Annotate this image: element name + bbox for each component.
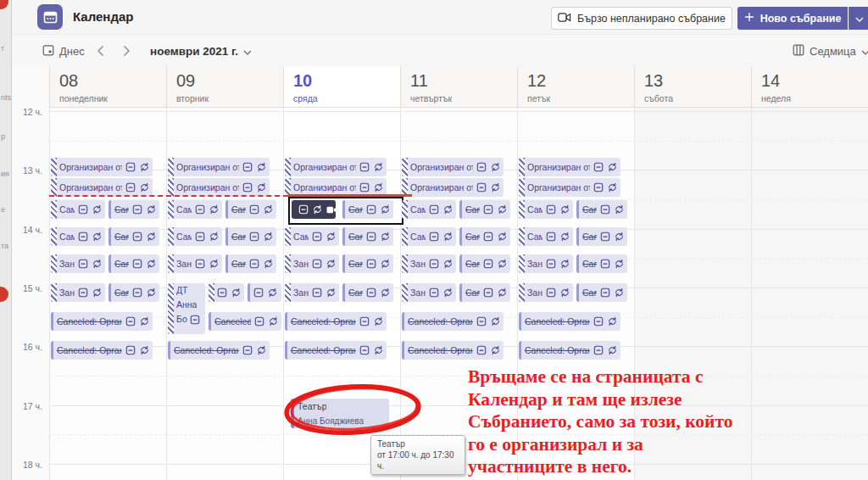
prev-week-button[interactable] [97, 35, 104, 67]
tooltip-time: от 17:00 ч. до 17:30 ч. [377, 449, 459, 472]
day-header-08[interactable]: 08 понеделник [49, 66, 166, 108]
annotation-line: участниците в него. [468, 455, 860, 478]
event-chip[interactable]: Зан [519, 254, 573, 273]
event-chip[interactable]: Зан [51, 254, 105, 273]
event-chip[interactable]: Can [342, 254, 393, 273]
event-chip[interactable]: Can [108, 254, 159, 273]
event-chip[interactable]: Can [225, 227, 276, 246]
event-chip[interactable]: Сам [519, 200, 573, 219]
event-chip[interactable]: Canceled: Органи [51, 312, 153, 331]
event-chip[interactable] [209, 283, 244, 302]
event-chip[interactable]: Can [576, 254, 627, 273]
day-header-11[interactable]: 11 четвъртък [400, 66, 517, 108]
event-chip[interactable]: Организиран отд [402, 158, 504, 176]
event-label: Can [582, 287, 597, 298]
day-name: петък [527, 93, 634, 103]
event-chip[interactable]: Сам [402, 200, 456, 219]
new-meeting-button[interactable]: Ново събрание [737, 7, 848, 30]
event-chip[interactable]: Can [459, 200, 510, 219]
day-header-13[interactable]: 13 събота [634, 66, 751, 108]
event-chip[interactable]: Сам [168, 227, 222, 246]
event-chip[interactable]: Can [342, 227, 393, 246]
event-label: Canceled: Органи [57, 345, 122, 355]
event-chip[interactable]: Организиран отд [519, 178, 620, 197]
event-chip[interactable]: Can [342, 283, 393, 302]
event-label: Canceled: Органи [57, 316, 122, 327]
event-label: Зан [527, 287, 542, 298]
event-label: Сам [59, 232, 75, 242]
cropped-text-fragment: р [1, 132, 5, 141]
event-label: Организиран отд [410, 182, 473, 193]
event-chip[interactable]: Сам [51, 200, 105, 219]
event-label: Сам [410, 232, 426, 242]
event-chip[interactable]: Can [108, 200, 159, 219]
meet-now-button[interactable]: Бързо непланирано събрание [551, 7, 732, 30]
cropped-text-fragment: nts [1, 93, 11, 102]
event-chip[interactable]: Сам [402, 227, 456, 246]
event-chip[interactable]: Can [576, 200, 627, 219]
view-label: Седмица [810, 45, 856, 58]
event-chip[interactable]: Can [459, 254, 510, 273]
event-chip[interactable] [248, 283, 281, 302]
day-header-10[interactable]: 10 сряда [283, 66, 400, 108]
event-chip[interactable]: Can [342, 200, 393, 219]
event-label: Сам [176, 232, 192, 242]
day-header-14[interactable]: 14 неделя [751, 66, 868, 108]
event-chip[interactable]: Зан [519, 283, 573, 302]
event-chip[interactable]: Сам [519, 227, 573, 246]
theatre-event-chip[interactable]: Театър Анна Бояджиева [291, 399, 389, 428]
event-chip[interactable]: Canceled: Органи [51, 341, 153, 360]
event-label: Организиран отд [293, 182, 356, 193]
event-chip[interactable]: Canceled: Органи [285, 341, 387, 360]
event-chip[interactable]: Canceled: Органи [402, 312, 504, 331]
event-chip[interactable]: Организиран отд [402, 178, 504, 197]
day-header-12[interactable]: 12 петък [517, 66, 634, 108]
event-chip[interactable]: Can [108, 283, 159, 302]
event-chip[interactable]: Зан [402, 283, 456, 302]
event-chip[interactable]: Зан [402, 254, 456, 273]
event-chip[interactable]: Организиран отд [51, 178, 153, 197]
view-switcher[interactable]: Седмица [793, 35, 868, 67]
event-chip[interactable]: Организиран отд [285, 158, 387, 176]
event-chip[interactable]: Can [459, 227, 510, 246]
new-meeting-dropdown[interactable] [849, 7, 868, 30]
event-chip[interactable]: Зан [285, 283, 339, 302]
event-chip[interactable]: Зан [168, 254, 222, 273]
event-chip[interactable]: Зан [51, 283, 105, 302]
day-header-09[interactable]: 09 вторник [166, 66, 283, 108]
month-picker[interactable]: ноември 2021 г. [150, 35, 252, 67]
event-chip[interactable]: Зан [285, 254, 339, 273]
event-label: Организиран отд [410, 162, 473, 172]
event-chip[interactable]: Canceled: Органи [519, 341, 620, 360]
today-button[interactable]: Днес [42, 35, 85, 67]
event-chip[interactable]: Can [459, 283, 510, 302]
next-week-button[interactable] [123, 35, 131, 67]
event-chip[interactable]: Организиран отд [168, 158, 270, 176]
event-chip[interactable]: Организиран отд [168, 178, 270, 197]
event-chip[interactable]: Canceled: Органи [519, 312, 620, 331]
event-chip[interactable]: Сам [168, 200, 222, 219]
event-chip[interactable]: Сам [51, 227, 105, 246]
event-chip[interactable]: Сам [285, 227, 339, 246]
event-chip[interactable]: Организиран отд [51, 158, 153, 176]
event-chip[interactable]: Can [576, 227, 627, 246]
event-chip[interactable]: Can [225, 254, 276, 273]
month-label: ноември 2021 г. [150, 45, 238, 58]
event-chip[interactable]: Canceled: Органи [402, 341, 504, 360]
event-chip[interactable]: Can [576, 283, 627, 302]
event-label: Can [348, 287, 363, 298]
event-chip[interactable]: Организиран отд [519, 158, 620, 176]
event-chip[interactable]: Canceled: Органи [168, 341, 270, 360]
selected-event-chip[interactable]: С [292, 200, 336, 219]
annotation-line: Събранието, само за този, който [468, 410, 860, 433]
event-label: Can [114, 204, 129, 215]
event-chip[interactable]: Canceled: Органи [285, 312, 387, 331]
event-chip[interactable]: ДТ Анна Бо [168, 283, 205, 334]
event-chip[interactable]: Canceled: Органи [209, 312, 281, 331]
event-chip[interactable]: Can [108, 227, 159, 246]
event-label: Сам [410, 204, 426, 215]
event-chip[interactable]: Can [225, 200, 276, 219]
event-label: Зан [59, 259, 75, 269]
event-label: Can [114, 232, 129, 242]
day-name: четвъртък [410, 93, 517, 103]
